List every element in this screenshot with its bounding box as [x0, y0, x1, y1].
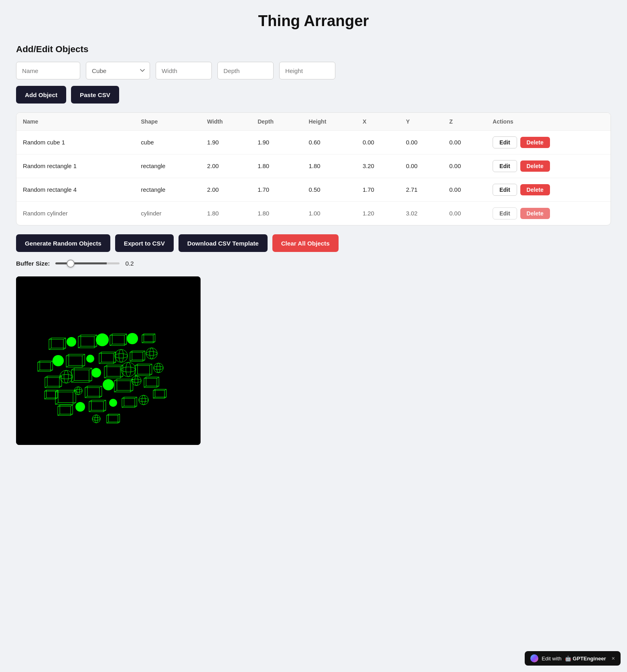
gpt-close-button[interactable]: ×	[612, 655, 615, 662]
download-template-button[interactable]: Download CSV Template	[179, 234, 268, 252]
table-cell: 1.90	[251, 131, 302, 154]
table-cell: Random cube 1	[16, 131, 134, 154]
objects-table: Name Shape Width Depth Height X Y Z Acti…	[16, 113, 611, 225]
table-cell: 1.70	[251, 178, 302, 202]
table-cell: 0.60	[302, 131, 356, 154]
table-cell: cylinder	[134, 202, 201, 225]
col-actions: Actions	[486, 113, 611, 131]
action-cell: Edit Delete	[486, 202, 611, 225]
generate-random-button[interactable]: Generate Random Objects	[16, 234, 110, 252]
table-cell: rectangle	[134, 154, 201, 178]
table-cell: 0.00	[356, 131, 400, 154]
action-cell: Edit Delete	[486, 154, 611, 178]
table-cell: 0.50	[302, 178, 356, 202]
table-row: Random rectangle 4rectangle2.001.700.501…	[16, 178, 611, 202]
add-object-button[interactable]: Add Object	[16, 86, 66, 104]
table-cell: Random rectangle 4	[16, 178, 134, 202]
table-header-row: Name Shape Width Depth Height X Y Z Acti…	[16, 113, 611, 131]
col-height: Height	[302, 113, 356, 131]
table-cell: 3.20	[356, 154, 400, 178]
table-cell: 1.90	[201, 131, 251, 154]
col-x: X	[356, 113, 400, 131]
delete-button[interactable]: Delete	[520, 137, 550, 148]
bottom-button-row: Generate Random Objects Export to CSV Do…	[16, 234, 611, 252]
table-row: Random cube 1cube1.901.900.600.000.000.0…	[16, 131, 611, 154]
buffer-slider[interactable]	[55, 262, 120, 264]
delete-button[interactable]: Delete	[520, 208, 550, 219]
table-cell: 0.00	[443, 154, 486, 178]
table-row: Random cylindercylinder1.801.801.001.203…	[16, 202, 611, 225]
gpt-badge: Edit with 🤖 GPTEngineer ×	[525, 651, 621, 666]
gpt-brand: 🤖 GPTEngineer	[565, 656, 606, 662]
table-cell: 0.00	[443, 131, 486, 154]
3d-visualization	[16, 276, 201, 445]
col-shape: Shape	[134, 113, 201, 131]
action-cell: Edit Delete	[486, 178, 611, 202]
edit-button[interactable]: Edit	[493, 207, 517, 219]
edit-button[interactable]: Edit	[493, 184, 517, 196]
section-title: Add/Edit Objects	[16, 44, 611, 55]
paste-csv-button[interactable]: Paste CSV	[71, 86, 119, 104]
buffer-value: 0.2	[125, 260, 137, 267]
add-object-form: Cube Rectangle Cylinder Sphere	[16, 62, 611, 79]
table-cell: Random cylinder	[16, 202, 134, 225]
table-cell: 2.00	[201, 154, 251, 178]
table-cell: 0.00	[400, 131, 443, 154]
table-row: Random rectangle 1rectangle2.001.801.803…	[16, 154, 611, 178]
delete-button[interactable]: Delete	[520, 160, 550, 172]
buffer-label: Buffer Size:	[16, 260, 50, 267]
table-cell: 1.80	[251, 202, 302, 225]
clear-all-button[interactable]: Clear All Objects	[272, 234, 339, 252]
table-cell: 0.00	[443, 178, 486, 202]
col-width: Width	[201, 113, 251, 131]
table-cell: 0.00	[400, 154, 443, 178]
edit-button[interactable]: Edit	[493, 136, 517, 148]
delete-button[interactable]: Delete	[520, 184, 550, 195]
objects-table-wrapper: Name Shape Width Depth Height X Y Z Acti…	[16, 112, 611, 225]
col-z: Z	[443, 113, 486, 131]
table-cell: 2.71	[400, 178, 443, 202]
page-title: Thing Arranger	[16, 12, 611, 30]
buffer-size-row: Buffer Size: 0.2	[16, 260, 611, 267]
table-cell: Random rectangle 1	[16, 154, 134, 178]
table-cell: 1.80	[302, 154, 356, 178]
3d-canvas	[16, 276, 201, 445]
table-cell: 1.70	[356, 178, 400, 202]
table-body: Random cube 1cube1.901.900.600.000.000.0…	[16, 131, 611, 225]
name-input[interactable]	[16, 62, 80, 79]
col-name: Name	[16, 113, 134, 131]
shape-select[interactable]: Cube Rectangle Cylinder Sphere	[86, 62, 150, 79]
width-input[interactable]	[156, 62, 212, 79]
gpt-icon	[530, 654, 538, 662]
table-cell: 1.80	[201, 202, 251, 225]
table-cell: rectangle	[134, 178, 201, 202]
export-csv-button[interactable]: Export to CSV	[115, 234, 174, 252]
table-cell: 1.20	[356, 202, 400, 225]
table-cell: 3.02	[400, 202, 443, 225]
table-cell: 0.00	[443, 202, 486, 225]
action-cell: Edit Delete	[486, 131, 611, 154]
height-input[interactable]	[279, 62, 335, 79]
form-button-row: Add Object Paste CSV	[16, 86, 611, 104]
table-cell: 1.00	[302, 202, 356, 225]
col-depth: Depth	[251, 113, 302, 131]
table-cell: cube	[134, 131, 201, 154]
table-cell: 1.80	[251, 154, 302, 178]
edit-button[interactable]: Edit	[493, 160, 517, 172]
depth-input[interactable]	[217, 62, 274, 79]
gpt-badge-text: Edit with	[542, 656, 562, 662]
col-y: Y	[400, 113, 443, 131]
table-cell: 2.00	[201, 178, 251, 202]
